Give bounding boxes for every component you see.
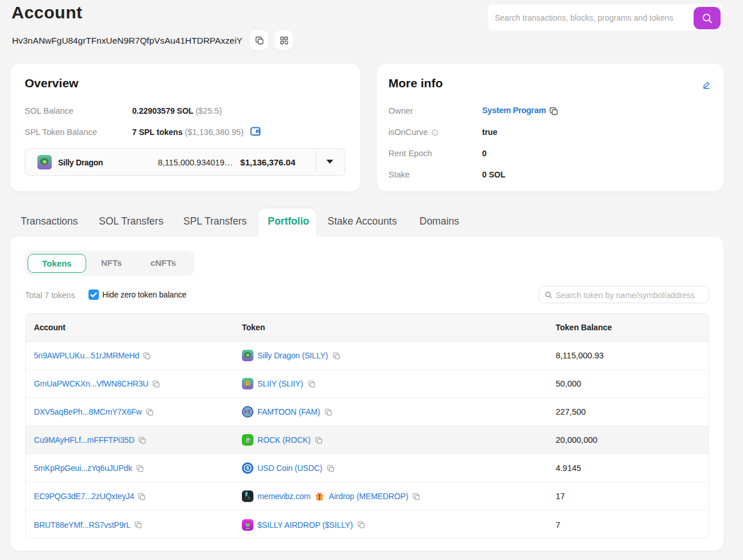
svg-text:$: $	[247, 465, 249, 471]
svg-text:FT: FT	[244, 409, 251, 415]
